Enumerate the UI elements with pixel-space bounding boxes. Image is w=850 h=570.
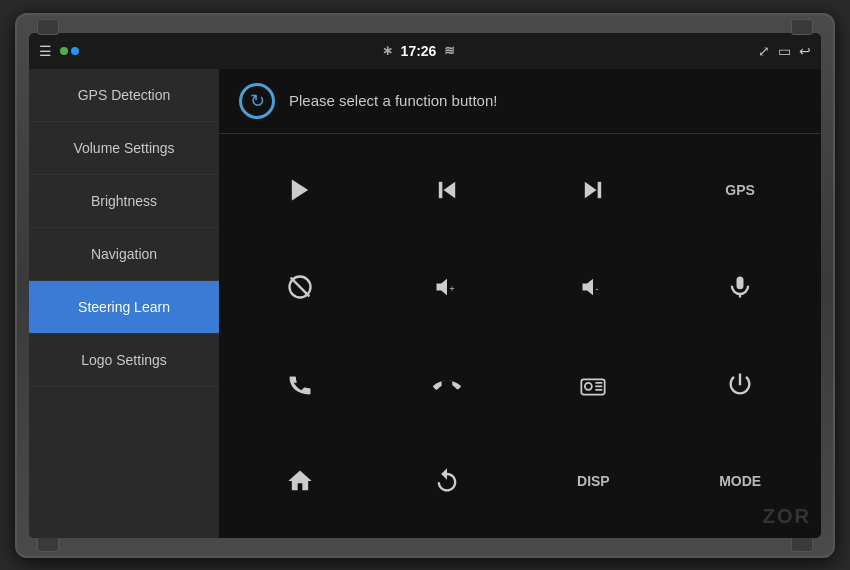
- prev-button[interactable]: [376, 144, 518, 236]
- svg-text:+: +: [449, 284, 454, 294]
- watermark: ZOR: [763, 505, 811, 528]
- call-button[interactable]: [229, 338, 371, 430]
- refresh-icon[interactable]: ↻: [239, 83, 275, 119]
- main-content: GPS Detection Volume Settings Brightness…: [29, 69, 821, 538]
- button-grid: GPS +: [219, 134, 821, 538]
- power-button[interactable]: [669, 338, 811, 430]
- status-left: ☰: [39, 43, 79, 59]
- menu-icon: ☰: [39, 43, 52, 59]
- hangup-button[interactable]: [376, 338, 518, 430]
- sidebar-item-volume-settings[interactable]: Volume Settings: [29, 122, 219, 175]
- vol-up-button[interactable]: +: [376, 241, 518, 333]
- bluetooth-icon: ∗: [382, 43, 393, 58]
- svg-point-14: [585, 383, 592, 390]
- sidebar-item-navigation[interactable]: Navigation: [29, 228, 219, 281]
- svg-marker-9: [583, 279, 594, 295]
- disp-button[interactable]: DISP: [523, 435, 665, 527]
- window-icon[interactable]: ▭: [778, 43, 791, 59]
- function-text: Please select a function button!: [289, 92, 497, 109]
- settings-sidebar: GPS Detection Volume Settings Brightness…: [29, 69, 219, 538]
- mount-tab-bl: [37, 536, 59, 552]
- status-bar: ☰ ∗ 17:26 ≋ ⤢ ▭ ↩: [29, 33, 821, 69]
- status-center: ∗ 17:26 ≋: [382, 43, 456, 59]
- vol-down-button[interactable]: -: [523, 241, 665, 333]
- svg-rect-4: [598, 181, 602, 197]
- radio-button[interactable]: [523, 338, 665, 430]
- resize-icon[interactable]: ⤢: [758, 43, 770, 59]
- sidebar-item-brightness[interactable]: Brightness: [29, 175, 219, 228]
- svg-line-6: [291, 278, 310, 297]
- mount-tab-tl: [37, 19, 59, 35]
- right-panel: ↻ Please select a function button!: [219, 69, 821, 538]
- play-button[interactable]: [229, 144, 371, 236]
- svg-rect-2: [438, 181, 442, 197]
- function-header: ↻ Please select a function button!: [219, 69, 821, 134]
- dot-blue: [71, 47, 79, 55]
- svg-marker-7: [436, 279, 447, 295]
- svg-marker-0: [292, 179, 308, 200]
- mount-tab-br: [791, 536, 813, 552]
- sidebar-item-gps-detection[interactable]: GPS Detection: [29, 69, 219, 122]
- svg-rect-11: [737, 276, 744, 289]
- status-right: ⤢ ▭ ↩: [758, 43, 811, 59]
- back-button[interactable]: [376, 435, 518, 527]
- status-dots: [60, 47, 79, 55]
- mount-tab-tr: [791, 19, 813, 35]
- gps-button[interactable]: GPS: [669, 144, 811, 236]
- home-button[interactable]: [229, 435, 371, 527]
- mic-button[interactable]: [669, 241, 811, 333]
- dot-green: [60, 47, 68, 55]
- svg-marker-3: [585, 181, 597, 197]
- screen: ☰ ∗ 17:26 ≋ ⤢ ▭ ↩ GPS Detect: [29, 33, 821, 538]
- mute-button[interactable]: [229, 241, 371, 333]
- signal-icon: ≋: [444, 43, 455, 58]
- svg-text:-: -: [596, 284, 599, 294]
- back-icon[interactable]: ↩: [799, 43, 811, 59]
- next-button[interactable]: [523, 144, 665, 236]
- svg-marker-1: [443, 181, 455, 197]
- device-shell: ☰ ∗ 17:26 ≋ ⤢ ▭ ↩ GPS Detect: [15, 13, 835, 558]
- sidebar-item-steering-learn[interactable]: Steering Learn: [29, 281, 219, 334]
- clock: 17:26: [401, 43, 437, 59]
- sidebar-item-logo-settings[interactable]: Logo Settings: [29, 334, 219, 387]
